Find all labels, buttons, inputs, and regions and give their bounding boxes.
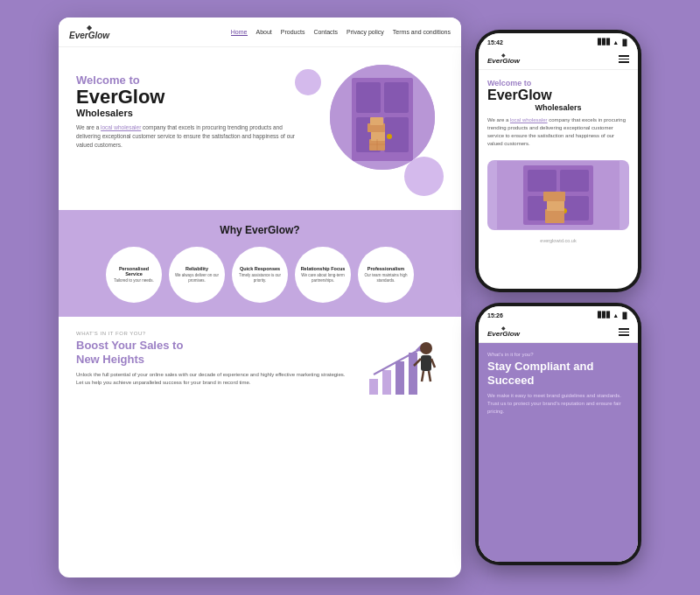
hero-text: Welcome to EverGlow Wholesalers We are a…: [76, 65, 304, 149]
phones-column: 15:42 ▊▊▊ ▲ ▐▌ ◆ EverGlow: [475, 30, 641, 565]
nav-privacy[interactable]: Privacy policy: [346, 29, 384, 36]
phone-2-desc: We make it easy to meet brand guidelines…: [487, 392, 629, 416]
hero-brand-name: EverGlow: [76, 87, 304, 108]
why-circle-3-desc: Timely assistance is our priority.: [237, 273, 283, 284]
battery-icon: ▐▌: [620, 39, 629, 46]
phone-2-time: 15:26: [487, 312, 503, 318]
svg-rect-10: [370, 117, 383, 125]
why-circle-2-title: Reliability: [186, 266, 208, 271]
boost-illustration: [356, 331, 444, 401]
why-circle-3-title: Quick Responses: [240, 266, 280, 271]
phone-screen-1: 15:42 ▊▊▊ ▲ ▐▌ ◆ EverGlow: [479, 33, 638, 289]
nav-contacts[interactable]: Contacts: [313, 29, 338, 36]
svg-point-6: [387, 134, 392, 139]
hero-desc: We are a local wholesaler company that e…: [76, 123, 304, 149]
nav-terms[interactable]: Terms and conditions: [393, 29, 451, 36]
desktop-nav: Home About Products Contacts Privacy pol…: [231, 29, 451, 36]
phone-door-illustration: [497, 161, 620, 229]
phone-mockup-1: 15:42 ▊▊▊ ▲ ▐▌ ◆ EverGlow: [475, 30, 641, 292]
why-circle-4: Relationship Focus We care about long-te…: [295, 247, 351, 303]
boost-heading: Boost Your Sales to New Heights: [76, 339, 347, 366]
why-circle-1-title: Personalised Service: [111, 266, 157, 276]
phone-1-desc: We are a local wholesaler company that e…: [487, 116, 629, 148]
why-heading: Why EverGlow?: [76, 224, 444, 236]
phone-1-hero: Welcome to EverGlow Wholesalers We are a…: [479, 70, 638, 155]
why-section: Why EverGlow? Personalised Service Tailo…: [59, 210, 461, 317]
why-circle-4-title: Relationship Focus: [301, 266, 346, 271]
svg-rect-13: [369, 379, 378, 395]
svg-rect-34: [543, 192, 565, 201]
phone-1-image: [487, 160, 629, 230]
svg-rect-20: [421, 355, 431, 371]
svg-rect-16: [409, 353, 417, 395]
phone-1-desc-link[interactable]: local wholesaler: [510, 117, 548, 122]
desktop-mockup: ◆ EverGlow Home About Products Contacts …: [59, 18, 461, 578]
svg-rect-2: [356, 82, 381, 113]
svg-rect-32: [545, 209, 564, 223]
svg-rect-15: [396, 361, 404, 395]
phone-screen-2: 15:26 ▊▊▊ ▲ ▐▌ ◆ EverGlow: [479, 306, 638, 562]
phone-1-status-icons: ▊▊▊ ▲ ▐▌: [598, 38, 629, 46]
svg-rect-28: [560, 170, 589, 192]
phone-2-statusbar: 15:26 ▊▊▊ ▲ ▐▌: [479, 306, 638, 322]
battery-icon-2: ▐▌: [620, 312, 629, 318]
wifi-icon: ▲: [612, 39, 619, 46]
phone-1-brand-name: EverGlow: [487, 88, 629, 103]
phone-2-heading: Stay Compliant and Succeed: [487, 360, 629, 387]
phone-2-content: What's in it for you? Stay Compliant and…: [479, 343, 638, 562]
phone-1-url: everglowtd.co.uk: [479, 235, 638, 246]
why-circle-5: Professionalism Our team maintains high …: [358, 247, 414, 303]
wifi-icon-2: ▲: [612, 312, 619, 318]
svg-point-19: [420, 342, 432, 354]
hero-image-area: [312, 65, 444, 196]
phone-1-topbar: ◆ EverGlow: [479, 49, 638, 70]
phone-2-section: What's in it for you? Stay Compliant and…: [479, 343, 638, 562]
signal-icon: ▊▊▊: [598, 38, 611, 46]
phone-2-topbar: ◆ EverGlow: [479, 322, 638, 343]
hamburger-menu-2[interactable]: [619, 328, 629, 336]
desktop-logo: ◆ EverGlow: [69, 24, 109, 40]
why-circle-1-desc: Tailored to your needs.: [114, 278, 154, 284]
phone-1-content: Welcome to EverGlow Wholesalers We are a…: [479, 70, 638, 289]
nav-about[interactable]: About: [256, 29, 272, 36]
hero-subtitle: Wholesalers: [76, 108, 304, 118]
phone-2-brand: EverGlow: [487, 331, 520, 339]
hero-circle-small-top: [295, 69, 321, 95]
phone-2-status-icons: ▊▊▊ ▲ ▐▌: [598, 312, 629, 318]
boost-text: What's in it for you? Boost Your Sales t…: [76, 331, 347, 387]
boost-image: [356, 331, 444, 401]
door-illustration: [330, 65, 435, 170]
why-circle-1: Personalised Service Tailored to your ne…: [106, 247, 162, 303]
boost-section: What's in it for you? Boost Your Sales t…: [59, 317, 461, 415]
hamburger-menu-1[interactable]: [619, 55, 629, 63]
phone-1-time: 15:42: [487, 39, 503, 46]
why-circle-5-desc: Our team maintains high standards.: [363, 273, 409, 284]
phone-1-welcome: Welcome to: [487, 79, 629, 88]
hero-section: Welcome to EverGlow Wholesalers We are a…: [59, 47, 461, 210]
why-circle-3: Quick Responses Timely assistance is our…: [232, 247, 288, 303]
phone-1-subtitle: Wholesalers: [487, 103, 629, 112]
why-circle-4-desc: We care about long-term partnerships.: [300, 273, 346, 284]
svg-line-24: [429, 371, 430, 382]
svg-rect-14: [382, 370, 391, 395]
svg-rect-3: [384, 82, 409, 113]
svg-line-23: [422, 371, 424, 382]
boost-desc: Unlock the full potential of your online…: [76, 371, 347, 387]
phone-mockup-2: 15:26 ▊▊▊ ▲ ▐▌ ◆ EverGlow: [475, 303, 641, 565]
hero-desc-link[interactable]: local wholesaler: [101, 124, 141, 130]
svg-line-22: [431, 359, 435, 368]
hero-circle-main: [330, 65, 435, 170]
signal-icon-2: ▊▊▊: [598, 312, 611, 318]
desktop-content: Welcome to EverGlow Wholesalers We are a…: [59, 47, 461, 578]
nav-home[interactable]: Home: [231, 29, 248, 36]
why-circle-2-desc: We always deliver on our promises.: [174, 273, 220, 284]
why-circle-2: Reliability We always deliver on our pro…: [169, 247, 225, 303]
phone-1-statusbar: 15:42 ▊▊▊ ▲ ▐▌: [479, 33, 638, 49]
nav-products[interactable]: Products: [281, 29, 305, 36]
boost-label: What's in it for you?: [76, 331, 347, 336]
desktop-topbar: ◆ EverGlow Home About Products Contacts …: [59, 18, 461, 47]
why-circles: Personalised Service Tailored to your ne…: [76, 247, 444, 303]
why-circle-5-title: Professionalism: [368, 266, 405, 271]
logo-brand-name: EverGlow: [69, 32, 109, 40]
phone-1-brand: EverGlow: [487, 58, 520, 66]
